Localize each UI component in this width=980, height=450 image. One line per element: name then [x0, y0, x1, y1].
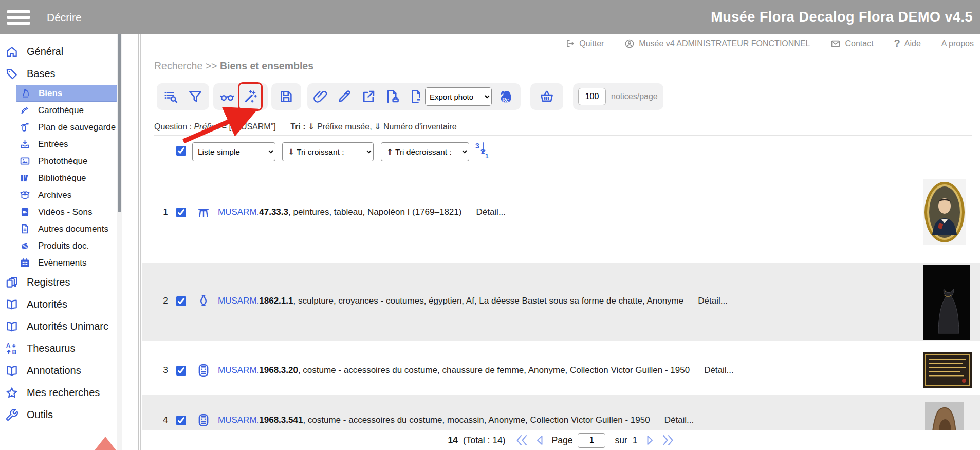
sidebar-item-plan-sauvegarde[interactable]: Plan de sauvegarde — [0, 119, 117, 136]
filter-button[interactable] — [187, 86, 204, 107]
preview-button[interactable] — [218, 86, 236, 107]
first-page-button[interactable] — [515, 434, 528, 447]
list-search-icon — [163, 89, 178, 104]
sort-descending-select[interactable]: ⇑ Tri décroissant : — [381, 142, 469, 161]
save-button[interactable] — [278, 86, 295, 107]
user-account[interactable]: Musée v4 ADMINISTRATEUR FONCTIONNEL — [624, 39, 810, 49]
thumbnail-plaque[interactable] — [923, 352, 972, 388]
toolbar-group-export: Export photo Re — [420, 83, 521, 110]
apropos-link[interactable]: A propos — [941, 39, 974, 48]
aide-link[interactable]: ? Aide — [894, 38, 921, 49]
sidebar-item-entrees[interactable]: Entrées — [0, 136, 117, 153]
app-title: Musée Flora Decalog Flora DEMO v4.5 — [711, 9, 973, 25]
open-book-icon — [5, 320, 19, 333]
open-external-button[interactable] — [360, 86, 377, 107]
sidebar-item-autorites-unimarc[interactable]: Autorités Unimarc — [0, 315, 117, 338]
calendar-icon — [20, 257, 30, 268]
app-window: Décrire Musée Flora Decalog Flora DEMO v… — [0, 0, 980, 450]
sidebar-item-thesaurus[interactable]: AB Thesaurus — [0, 338, 117, 360]
record-link[interactable]: MUSARM. — [218, 296, 259, 306]
logout-icon — [565, 39, 575, 48]
svg-text:B: B — [12, 349, 17, 355]
export-photo-select[interactable]: Export photo — [425, 87, 492, 106]
thumbnail-napoleon-portrait[interactable] — [923, 179, 966, 245]
detail-link[interactable]: Détail... — [476, 207, 506, 217]
contact-link[interactable]: Contact — [830, 39, 873, 49]
sidebar-item-mes-recherches[interactable]: Mes recherches — [0, 382, 117, 404]
wrench-icon — [5, 408, 19, 422]
scrollbar-thumb[interactable] — [118, 34, 121, 212]
notices-per-page-input[interactable] — [578, 88, 606, 105]
previous-page-button[interactable] — [533, 434, 547, 447]
detail-link[interactable]: Détail... — [704, 365, 734, 376]
sidebar-item-general[interactable]: Général — [0, 41, 117, 63]
numeric-sort-icon[interactable]: 321 — [475, 142, 491, 162]
page-input[interactable] — [578, 433, 605, 448]
sort-ascending-select[interactable]: ⇓ Tri croissant : — [282, 142, 374, 161]
sidebar-item-bibliotheque[interactable]: Bibliothèque — [0, 170, 117, 186]
next-page-button[interactable] — [643, 434, 656, 447]
sort-value: ⇓ Préfixe musée, ⇓ Numéro d'inventaire — [308, 122, 457, 131]
record-link[interactable]: MUSARM. — [218, 415, 259, 425]
sur-label: sur — [615, 435, 627, 446]
paperclip-icon — [312, 89, 328, 104]
sidebar-item-outils[interactable]: Outils — [0, 404, 117, 426]
topbar: Décrire Musée Flora Decalog Flora DEMO v… — [0, 0, 980, 34]
basket-button[interactable] — [538, 86, 556, 107]
record-link[interactable]: MUSARM. — [218, 207, 259, 217]
divider — [154, 135, 972, 136]
query-field: Préfixe — [194, 122, 219, 131]
magic-wand-button[interactable] — [242, 86, 259, 107]
row-checkbox[interactable] — [176, 416, 186, 425]
print-document-button[interactable] — [384, 86, 401, 107]
hamburger-menu-icon[interactable] — [7, 8, 30, 27]
sidebar-item-bases[interactable]: Bases — [0, 63, 117, 85]
open-book-icon — [5, 298, 19, 311]
sidebar-item-videos-sons[interactable]: Vidéos - Sons — [0, 203, 117, 220]
sidebar-item-phototheque[interactable]: Photothèque — [0, 153, 117, 170]
sidebar-item-archives[interactable]: Archives — [0, 186, 117, 203]
sidebar-item-produits-doc[interactable]: Produits doc. — [0, 237, 117, 254]
sidebar-item-autorites[interactable]: Autorités — [0, 293, 117, 315]
detail-link[interactable]: Détail... — [698, 296, 728, 306]
glasses-icon — [219, 89, 235, 104]
results-controls: Liste simple ⇓ Tri croissant : ⇑ Tri déc… — [142, 141, 980, 163]
row-number: 2 — [161, 296, 170, 306]
row-number: 3 — [161, 365, 170, 376]
sidebar-item-carotheque[interactable]: Carothèque — [0, 102, 117, 119]
attach-button[interactable] — [311, 86, 329, 107]
toolbar: Export photo Re notices/page — [142, 83, 980, 110]
star-icon — [5, 386, 19, 400]
row-checkbox[interactable] — [176, 208, 186, 217]
sidebar-item-annotations[interactable]: Annotations — [0, 360, 117, 382]
sidebar-item-registres[interactable]: Registres — [0, 271, 117, 293]
sidebar-item-evenements[interactable]: Evènements — [0, 254, 117, 271]
furniture-icon — [196, 205, 211, 219]
breadcrumb-current: Biens et ensembles — [220, 60, 313, 71]
sidebar-item-biens[interactable]: Biens — [16, 85, 117, 102]
page-label: Page — [552, 435, 573, 446]
row-checkbox[interactable] — [176, 296, 186, 306]
row-checkbox[interactable] — [176, 366, 186, 376]
utility-bar: Quitter Musée v4 ADMINISTRATEUR FONCTION… — [565, 38, 974, 49]
sidebar-scrollbar[interactable] — [117, 34, 122, 450]
record-link[interactable]: MUSARM. — [218, 365, 259, 375]
quitter-link[interactable]: Quitter — [565, 39, 604, 48]
row-number: 1 — [161, 207, 170, 217]
row-number: 4 — [161, 415, 170, 425]
edit-button[interactable] — [336, 86, 353, 107]
result-total: (Total : 14) — [463, 435, 506, 446]
svg-text:Re: Re — [502, 97, 509, 103]
list-search-button[interactable] — [162, 86, 179, 107]
user-icon — [624, 39, 635, 49]
last-page-button[interactable] — [661, 434, 675, 447]
detail-link[interactable]: Détail... — [664, 415, 694, 425]
thumbnail-bastet-cat[interactable] — [923, 265, 970, 340]
squirrel-logo-button[interactable]: Re — [497, 86, 514, 107]
display-mode-select[interactable]: Liste simple — [192, 142, 275, 161]
sidebar-item-autres-documents[interactable]: Autres documents — [0, 220, 117, 237]
logo-triangle — [88, 437, 122, 450]
result-row-3: 3 MUSARM.1968.3.20, costume - accessoire… — [142, 341, 980, 395]
select-all-checkbox[interactable] — [176, 146, 186, 156]
tag-icon — [5, 67, 19, 81]
